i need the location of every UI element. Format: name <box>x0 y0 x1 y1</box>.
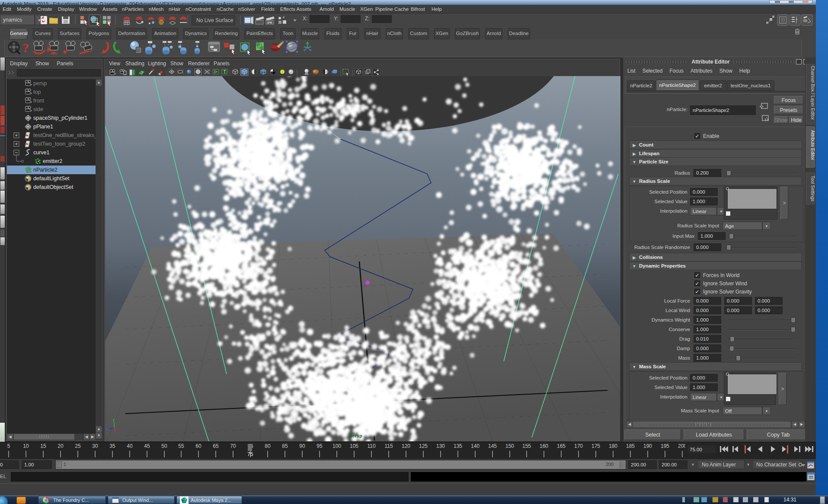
svg-text:145: 145 <box>488 443 497 449</box>
svg-text:curve1: curve1 <box>33 150 50 156</box>
svg-text:65: 65 <box>213 443 219 449</box>
svg-text:180: 180 <box>609 443 617 449</box>
svg-text:spaceShip_pCylinder1: spaceShip_pCylinder1 <box>33 115 87 121</box>
svg-text:60: 60 <box>195 443 201 449</box>
svg-text:90: 90 <box>299 443 305 449</box>
svg-text:160: 160 <box>540 443 548 449</box>
svg-text:10: 10 <box>23 443 29 449</box>
svg-text:defaultObjectSet: defaultObjectSet <box>33 184 74 190</box>
svg-text:20: 20 <box>58 443 64 449</box>
svg-text:135: 135 <box>454 443 462 449</box>
svg-text:185: 185 <box>626 443 635 449</box>
svg-text:T: T <box>224 70 226 74</box>
svg-text:130: 130 <box>436 443 445 449</box>
svg-text:z: z <box>105 427 108 431</box>
svg-text:50: 50 <box>161 443 167 449</box>
svg-text:85: 85 <box>282 443 288 449</box>
svg-text:55: 55 <box>178 443 184 449</box>
svg-text:100: 100 <box>332 443 341 449</box>
svg-text:155: 155 <box>522 443 531 449</box>
svg-text:side: side <box>33 106 43 112</box>
svg-text:40: 40 <box>127 443 133 449</box>
svg-text:140: 140 <box>471 443 480 449</box>
svg-text:persp: persp <box>33 80 47 86</box>
svg-text:?: ? <box>22 41 29 55</box>
svg-text:110: 110 <box>367 443 375 449</box>
svg-text:25: 25 <box>75 443 81 449</box>
svg-text:190: 190 <box>643 443 652 449</box>
svg-text:persp: persp <box>349 433 362 438</box>
svg-text:testOne_redBlue_streaks_gro: testOne_redBlue_streaks_gro <box>33 132 96 138</box>
svg-text:nParticle2: nParticle2 <box>33 167 58 173</box>
svg-text:80: 80 <box>265 443 271 449</box>
svg-text:pPlane1: pPlane1 <box>33 124 53 130</box>
svg-text:top: top <box>33 89 41 95</box>
svg-text:5: 5 <box>7 443 10 449</box>
svg-text:70: 70 <box>230 443 236 449</box>
svg-text:200: 200 <box>678 443 685 449</box>
svg-text:15: 15 <box>40 443 46 449</box>
svg-text:105: 105 <box>350 443 358 449</box>
svg-text:175: 175 <box>591 443 600 449</box>
svg-text:35: 35 <box>109 443 115 449</box>
svg-text:120: 120 <box>402 443 410 449</box>
svg-text:testTwo_toon_group2: testTwo_toon_group2 <box>33 141 85 147</box>
svg-text:125: 125 <box>419 443 428 449</box>
svg-text:30: 30 <box>92 443 98 449</box>
svg-text:front: front <box>33 98 45 104</box>
svg-text:emitter2: emitter2 <box>43 158 62 164</box>
svg-text:No Live Surface: No Live Surface <box>196 17 233 23</box>
svg-text:170: 170 <box>574 443 583 449</box>
svg-text:95: 95 <box>316 443 323 449</box>
svg-text:115: 115 <box>384 443 393 449</box>
svg-text:150: 150 <box>505 443 514 449</box>
svg-text:IPR: IPR <box>267 21 272 24</box>
svg-text:165: 165 <box>557 443 566 449</box>
svg-text:195: 195 <box>661 443 669 449</box>
svg-text:defaultLightSet: defaultLightSet <box>33 175 70 182</box>
svg-text:y: y <box>113 418 115 422</box>
svg-text:45: 45 <box>144 443 150 449</box>
